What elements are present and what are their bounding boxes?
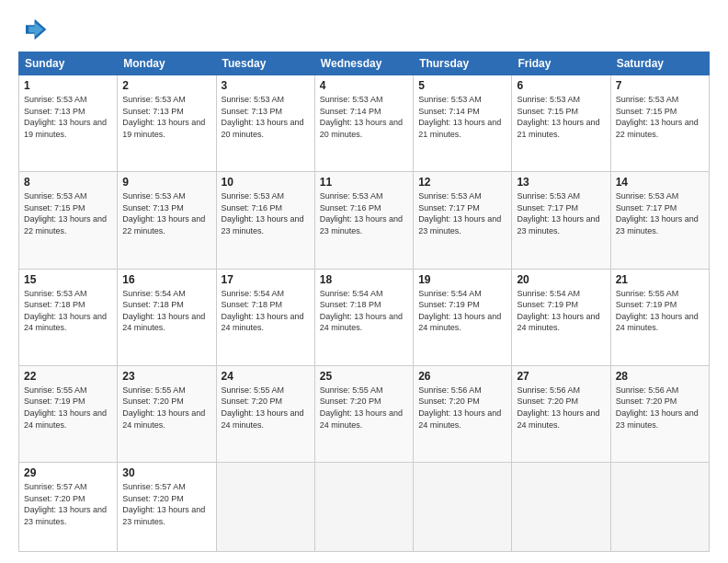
day-number: 15: [24, 273, 112, 286]
day-number: 14: [616, 176, 704, 189]
day-info: Sunrise: 5:56 AMSunset: 7:20 PMDaylight:…: [616, 385, 704, 431]
day-number: 1: [24, 79, 112, 92]
day-number: 17: [222, 273, 310, 286]
day-info: Sunrise: 5:54 AMSunset: 7:18 PMDaylight:…: [122, 288, 210, 334]
calendar-cell: 3Sunrise: 5:53 AMSunset: 7:13 PMDaylight…: [216, 75, 314, 172]
day-number: 7: [616, 79, 704, 92]
day-info: Sunrise: 5:53 AMSunset: 7:13 PMDaylight:…: [122, 94, 210, 140]
day-number: 29: [24, 466, 112, 479]
day-info: Sunrise: 5:54 AMSunset: 7:18 PMDaylight:…: [320, 288, 408, 334]
calendar-cell: 18Sunrise: 5:54 AMSunset: 7:18 PMDayligh…: [314, 269, 413, 365]
day-number: 18: [320, 273, 408, 286]
calendar-cell: 1Sunrise: 5:53 AMSunset: 7:13 PMDaylight…: [19, 75, 118, 172]
calendar-cell: 16Sunrise: 5:54 AMSunset: 7:18 PMDayligh…: [118, 269, 216, 365]
calendar-cell: 11Sunrise: 5:53 AMSunset: 7:16 PMDayligh…: [314, 172, 413, 269]
calendar-cell: 15Sunrise: 5:53 AMSunset: 7:18 PMDayligh…: [19, 269, 118, 365]
calendar-cell: [512, 463, 610, 552]
calendar-cell: 9Sunrise: 5:53 AMSunset: 7:13 PMDaylight…: [118, 172, 216, 269]
day-info: Sunrise: 5:53 AMSunset: 7:15 PMDaylight:…: [517, 94, 605, 140]
header-cell-thursday: Thursday: [414, 52, 512, 75]
calendar-cell: 17Sunrise: 5:54 AMSunset: 7:18 PMDayligh…: [216, 269, 314, 365]
week-row-4: 22Sunrise: 5:55 AMSunset: 7:19 PMDayligh…: [19, 365, 710, 462]
calendar-cell: 20Sunrise: 5:54 AMSunset: 7:19 PMDayligh…: [512, 269, 610, 365]
calendar-cell: 27Sunrise: 5:56 AMSunset: 7:20 PMDayligh…: [512, 365, 610, 462]
calendar-cell: 14Sunrise: 5:53 AMSunset: 7:17 PMDayligh…: [610, 172, 709, 269]
day-info: Sunrise: 5:57 AMSunset: 7:20 PMDaylight:…: [24, 481, 112, 527]
header-cell-tuesday: Tuesday: [216, 52, 314, 75]
calendar-cell: 7Sunrise: 5:53 AMSunset: 7:15 PMDaylight…: [610, 75, 709, 172]
day-number: 30: [122, 466, 210, 479]
calendar-cell: 6Sunrise: 5:53 AMSunset: 7:15 PMDaylight…: [512, 75, 610, 172]
day-number: 12: [418, 176, 506, 189]
logo-icon: [18, 15, 48, 44]
calendar-cell: [314, 463, 413, 552]
day-number: 10: [222, 176, 310, 189]
day-number: 27: [517, 370, 605, 383]
header-cell-monday: Monday: [118, 52, 216, 75]
calendar-cell: 10Sunrise: 5:53 AMSunset: 7:16 PMDayligh…: [216, 172, 314, 269]
calendar-cell: 29Sunrise: 5:57 AMSunset: 7:20 PMDayligh…: [19, 463, 118, 552]
day-info: Sunrise: 5:53 AMSunset: 7:13 PMDaylight:…: [222, 94, 310, 140]
day-number: 20: [517, 273, 605, 286]
day-info: Sunrise: 5:53 AMSunset: 7:13 PMDaylight:…: [24, 94, 112, 140]
day-number: 24: [222, 370, 310, 383]
day-info: Sunrise: 5:53 AMSunset: 7:17 PMDaylight:…: [616, 190, 704, 236]
header-row: SundayMondayTuesdayWednesdayThursdayFrid…: [19, 52, 710, 75]
calendar-cell: 13Sunrise: 5:53 AMSunset: 7:17 PMDayligh…: [512, 172, 610, 269]
day-number: 9: [122, 176, 210, 189]
calendar-cell: 19Sunrise: 5:54 AMSunset: 7:19 PMDayligh…: [414, 269, 512, 365]
day-number: 26: [418, 370, 506, 383]
day-number: 23: [122, 370, 210, 383]
day-number: 25: [320, 370, 408, 383]
calendar-cell: 30Sunrise: 5:57 AMSunset: 7:20 PMDayligh…: [118, 463, 216, 552]
day-info: Sunrise: 5:54 AMSunset: 7:18 PMDaylight:…: [222, 288, 310, 334]
calendar-table: SundayMondayTuesdayWednesdayThursdayFrid…: [18, 52, 710, 552]
day-number: 3: [222, 79, 310, 92]
day-info: Sunrise: 5:53 AMSunset: 7:15 PMDaylight:…: [24, 190, 112, 236]
calendar-cell: 26Sunrise: 5:56 AMSunset: 7:20 PMDayligh…: [414, 365, 512, 462]
logo: [18, 15, 51, 44]
day-info: Sunrise: 5:53 AMSunset: 7:13 PMDaylight:…: [122, 190, 210, 236]
calendar-cell: 24Sunrise: 5:55 AMSunset: 7:20 PMDayligh…: [216, 365, 314, 462]
day-number: 28: [616, 370, 704, 383]
day-info: Sunrise: 5:53 AMSunset: 7:17 PMDaylight:…: [418, 190, 506, 236]
day-number: 22: [24, 370, 112, 383]
week-row-3: 15Sunrise: 5:53 AMSunset: 7:18 PMDayligh…: [19, 269, 710, 365]
day-info: Sunrise: 5:55 AMSunset: 7:19 PMDaylight:…: [24, 385, 112, 431]
header-cell-saturday: Saturday: [610, 52, 709, 75]
day-number: 19: [418, 273, 506, 286]
header-cell-friday: Friday: [512, 52, 610, 75]
day-info: Sunrise: 5:53 AMSunset: 7:17 PMDaylight:…: [517, 190, 605, 236]
calendar-cell: 4Sunrise: 5:53 AMSunset: 7:14 PMDaylight…: [314, 75, 413, 172]
day-info: Sunrise: 5:53 AMSunset: 7:14 PMDaylight:…: [320, 94, 408, 140]
calendar-cell: 8Sunrise: 5:53 AMSunset: 7:15 PMDaylight…: [19, 172, 118, 269]
svg-marker-1: [28, 22, 43, 37]
calendar-cell: [216, 463, 314, 552]
calendar-cell: 21Sunrise: 5:55 AMSunset: 7:19 PMDayligh…: [610, 269, 709, 365]
calendar-cell: 22Sunrise: 5:55 AMSunset: 7:19 PMDayligh…: [19, 365, 118, 462]
calendar-cell: 25Sunrise: 5:55 AMSunset: 7:20 PMDayligh…: [314, 365, 413, 462]
day-number: 5: [418, 79, 506, 92]
day-number: 21: [616, 273, 704, 286]
week-row-5: 29Sunrise: 5:57 AMSunset: 7:20 PMDayligh…: [19, 463, 710, 552]
day-info: Sunrise: 5:55 AMSunset: 7:20 PMDaylight:…: [122, 385, 210, 431]
day-info: Sunrise: 5:53 AMSunset: 7:18 PMDaylight:…: [24, 288, 112, 334]
day-info: Sunrise: 5:53 AMSunset: 7:16 PMDaylight:…: [320, 190, 408, 236]
day-number: 16: [122, 273, 210, 286]
day-number: 6: [517, 79, 605, 92]
day-info: Sunrise: 5:55 AMSunset: 7:20 PMDaylight:…: [222, 385, 310, 431]
day-info: Sunrise: 5:54 AMSunset: 7:19 PMDaylight:…: [517, 288, 605, 334]
day-info: Sunrise: 5:55 AMSunset: 7:19 PMDaylight:…: [616, 288, 704, 334]
day-info: Sunrise: 5:53 AMSunset: 7:15 PMDaylight:…: [616, 94, 704, 140]
calendar-cell: 12Sunrise: 5:53 AMSunset: 7:17 PMDayligh…: [414, 172, 512, 269]
day-number: 13: [517, 176, 605, 189]
calendar-cell: 5Sunrise: 5:53 AMSunset: 7:14 PMDaylight…: [414, 75, 512, 172]
day-number: 8: [24, 176, 112, 189]
header-cell-sunday: Sunday: [19, 52, 118, 75]
calendar-cell: [414, 463, 512, 552]
day-info: Sunrise: 5:57 AMSunset: 7:20 PMDaylight:…: [122, 481, 210, 527]
day-number: 11: [320, 176, 408, 189]
top-section: [18, 15, 710, 44]
day-number: 2: [122, 79, 210, 92]
day-info: Sunrise: 5:55 AMSunset: 7:20 PMDaylight:…: [320, 385, 408, 431]
